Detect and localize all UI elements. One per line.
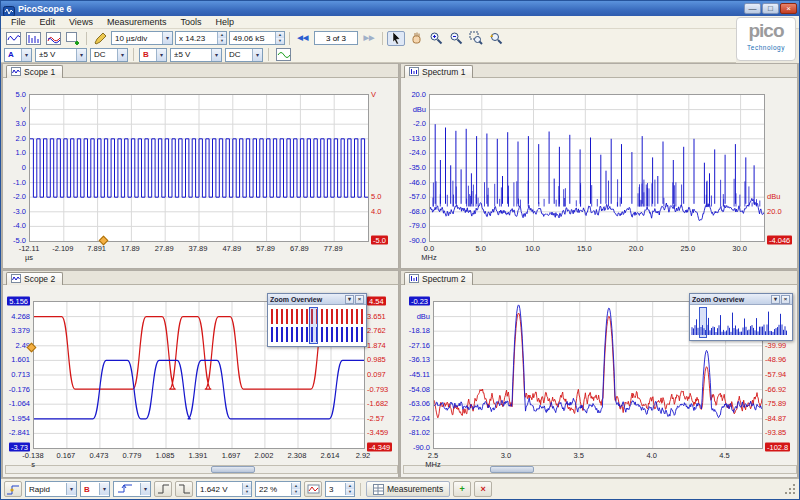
y-axis-label-right: 0.097 (367, 370, 386, 379)
zoom-overview-content[interactable] (691, 306, 791, 339)
minimize-button[interactable]: — (744, 3, 761, 14)
next-buffer-button[interactable]: ▶▶ (360, 31, 378, 46)
zoom-region-highlight[interactable] (699, 307, 707, 338)
trigger-menu-button[interactable] (4, 481, 22, 497)
zoom-in-button[interactable] (427, 31, 445, 46)
zoom-out-button[interactable] (447, 31, 465, 46)
hand-tool-button[interactable] (407, 31, 425, 46)
add-view-button[interactable] (64, 31, 82, 46)
channel-b-range-select[interactable]: ±5 V ▾ (170, 48, 222, 62)
y-axis-label-left: 1.601 (11, 355, 30, 364)
zoom-overview-titlebar[interactable]: Zoom Overview ▾ × (690, 294, 792, 305)
measurements-button[interactable]: Measurements (366, 481, 450, 497)
zoom-overview-window: Zoom Overview ▾ × (267, 293, 367, 347)
menu-measurements[interactable]: Measurements (100, 17, 174, 27)
x-axis-label: 3.5 (574, 451, 584, 460)
previous-buffer-button[interactable]: ◀◀ (294, 31, 312, 46)
probe-settings-button[interactable] (274, 47, 292, 62)
x-axis-label: 2.308 (288, 451, 307, 460)
y-axis-label-right: -66.92 (765, 384, 786, 393)
horizontal-scrollbar[interactable] (5, 465, 398, 474)
tab-scope1[interactable]: Scope 1 (6, 65, 63, 78)
tab-scope2[interactable]: Scope 2 (6, 272, 63, 285)
chevron-down-icon: ▾ (76, 49, 86, 61)
timebase-select[interactable]: 10 µs/div ▾ (111, 31, 173, 45)
menu-file[interactable]: File (4, 17, 33, 27)
delete-measurement-button[interactable]: × (474, 481, 492, 497)
menu-help[interactable]: Help (208, 17, 241, 27)
horizontal-scrollbar[interactable] (403, 465, 797, 474)
close-icon[interactable]: × (355, 295, 364, 304)
y-axis-label-right: -1.682 (367, 399, 388, 408)
menu-edit[interactable]: Edit (33, 17, 63, 27)
pre-trigger-stepper[interactable]: 22 % ▲▼ (255, 481, 301, 497)
scope-mode-button[interactable] (4, 31, 22, 46)
spin-down-icon[interactable]: ▼ (276, 38, 284, 44)
spin-down-icon[interactable]: ▼ (292, 489, 300, 495)
menu-views[interactable]: Views (62, 17, 100, 27)
marquee-zoom-button[interactable] (467, 31, 485, 46)
y-axis-label-right: -93.85 (765, 428, 786, 437)
single-capture-button[interactable] (304, 481, 322, 497)
x-axis-label: 17.89 (121, 244, 140, 253)
channel-a-coupling-select[interactable]: DC ▾ (90, 48, 128, 62)
menu-tools[interactable]: Tools (173, 17, 208, 27)
tab-spectrum2[interactable]: Spectrum 2 (404, 272, 473, 285)
trigger-level-stepper[interactable]: 1.642 V ▲▼ (196, 481, 252, 497)
y-axis-label-left: -0.176 (9, 384, 30, 393)
trigger-mode-select[interactable]: Rapid ▾ (25, 481, 77, 497)
close-icon[interactable]: × (781, 295, 790, 304)
scope1-panel: Scope 1 5.0VV3.02.01.00-1.0-2.05.0-3.04.… (2, 63, 399, 269)
pico-logo: pico Technology (736, 17, 796, 61)
chevron-down-icon[interactable]: ▾ (771, 295, 780, 304)
zoom-overview-content[interactable] (269, 306, 365, 345)
zoom-factor-stepper[interactable]: x 14.23 ▲▼ (175, 31, 227, 45)
spectrum-mode-button[interactable] (24, 31, 42, 46)
y-axis-label-right: -5.0 (371, 236, 388, 245)
channel-a-menu[interactable]: A ▾ (4, 48, 32, 62)
rapid-captures-stepper[interactable]: 3 ▲▼ (325, 481, 355, 497)
y-axis-label-left: -63.06 (409, 399, 430, 408)
close-button[interactable]: × (780, 3, 797, 14)
undo-zoom-button[interactable] (487, 31, 505, 46)
resize-grip[interactable] (784, 483, 796, 495)
y-axis-label-left: -13.0 (409, 133, 426, 142)
scrollbar-thumb[interactable] (490, 466, 534, 473)
y-axis-label-right: -2.57 (367, 413, 384, 422)
spin-down-icon[interactable]: ▼ (218, 38, 226, 44)
zoom-overview-title: Zoom Overview (270, 296, 344, 303)
y-axis-label-left: -54.08 (409, 384, 430, 393)
channel-a-range-select[interactable]: ±5 V ▾ (35, 48, 87, 62)
x-axis-unit: µs (25, 253, 33, 262)
spectrum1-plot-area[interactable] (429, 94, 765, 242)
x-axis-label: 5.0 (476, 244, 486, 253)
persistence-mode-button[interactable] (44, 31, 62, 46)
sample-count-stepper[interactable]: 49.06 kS ▲▼ (229, 31, 285, 45)
scope1-plot-area[interactable] (29, 94, 369, 242)
add-measurement-button[interactable]: + (453, 481, 471, 497)
y-axis-label-right: -3.459 (367, 428, 388, 437)
falling-edge-button[interactable] (175, 481, 193, 497)
scrollbar-thumb[interactable] (211, 466, 255, 473)
annotate-button[interactable] (91, 31, 109, 46)
title-bar[interactable]: PicoScope 6 — □ × (1, 1, 799, 16)
trigger-edge-select[interactable]: ▾ (113, 481, 151, 497)
trigger-source-select[interactable]: B ▾ (80, 481, 110, 497)
spin-down-icon[interactable]: ▼ (243, 489, 251, 495)
x-axis-label: 0.473 (90, 451, 109, 460)
x-axis-label: 4.0 (646, 451, 656, 460)
y-axis-label-left: -1.064 (9, 399, 30, 408)
channel-b-coupling-select[interactable]: DC ▾ (225, 48, 263, 62)
tab-spectrum1[interactable]: Spectrum 1 (404, 65, 473, 78)
y-axis-label-left: dBu (417, 311, 430, 320)
maximize-button[interactable]: □ (762, 3, 779, 14)
spin-down-icon[interactable]: ▼ (346, 489, 354, 495)
x-axis-label: 1.697 (222, 451, 241, 460)
buffer-position-field[interactable]: 3 of 3 (314, 31, 358, 45)
zoom-region-highlight[interactable] (309, 307, 318, 344)
channel-b-menu[interactable]: B ▾ (139, 48, 167, 62)
zoom-overview-titlebar[interactable]: Zoom Overview ▾ × (268, 294, 366, 305)
rising-edge-button[interactable] (154, 481, 172, 497)
chevron-down-icon[interactable]: ▾ (345, 295, 354, 304)
selection-tool-button[interactable] (387, 31, 405, 46)
